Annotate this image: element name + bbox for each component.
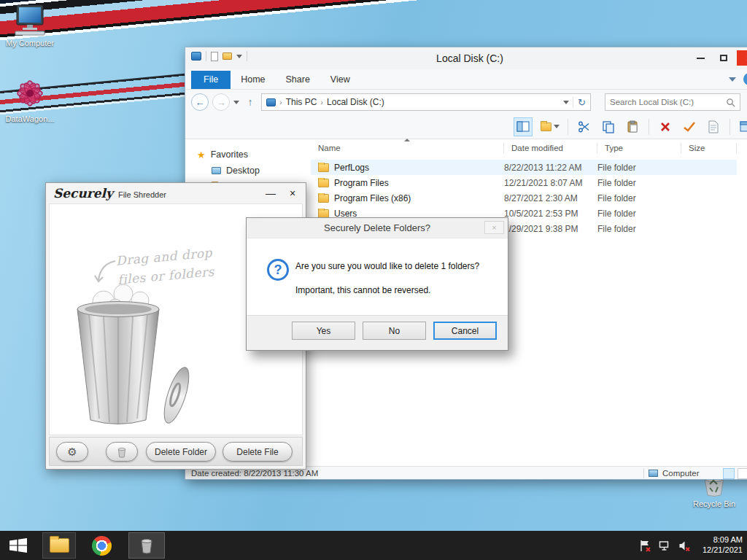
delete-folder-button[interactable]: Delete Folder bbox=[146, 442, 216, 462]
forward-button[interactable]: → bbox=[212, 93, 230, 111]
yes-button[interactable]: Yes bbox=[292, 322, 355, 340]
new-folder-qat-icon[interactable] bbox=[222, 52, 232, 60]
explorer-app-icon bbox=[191, 52, 201, 61]
open-button[interactable] bbox=[738, 119, 747, 135]
pane-icon bbox=[516, 120, 530, 134]
up-button[interactable]: ↑ bbox=[243, 96, 258, 108]
file-date: 8/27/2021 2:30 AM bbox=[504, 193, 597, 203]
properties-icon[interactable] bbox=[211, 52, 218, 61]
delete-file-button[interactable]: Delete File bbox=[222, 442, 293, 462]
file-date: 8/22/2013 11:22 AM bbox=[504, 163, 597, 173]
explorer-titlebar[interactable]: Local Disk (C:) × bbox=[185, 47, 747, 69]
file-explorer-icon bbox=[50, 538, 69, 553]
shredder-minimize-button[interactable]: — bbox=[263, 186, 278, 201]
shredder-app-icon bbox=[139, 537, 154, 554]
breadcrumb-this-pc[interactable]: This PC bbox=[286, 97, 317, 107]
taskbar-clock[interactable]: 8:09 AM 12/21/2021 bbox=[698, 535, 743, 556]
address-bar[interactable]: › This PC › Local Disk (C:) ↻ bbox=[261, 93, 591, 111]
properties-button[interactable] bbox=[705, 119, 721, 135]
back-button[interactable]: ← bbox=[191, 93, 209, 111]
search-input[interactable] bbox=[610, 98, 726, 106]
file-date: 12/21/2021 8:07 AM bbox=[504, 178, 597, 188]
column-header-size[interactable]: Size bbox=[681, 143, 737, 154]
shredder-close-button[interactable]: × bbox=[285, 186, 300, 201]
shredder-toolbar: ⚙ Delete Folder Delete File bbox=[49, 437, 303, 466]
network-icon[interactable] bbox=[659, 539, 672, 552]
column-header-date-modified[interactable]: Date modified bbox=[504, 143, 597, 154]
column-header-type[interactable]: Type bbox=[597, 143, 681, 154]
taskbar-file-shredder[interactable] bbox=[128, 532, 165, 559]
chrome-icon bbox=[92, 536, 112, 556]
expand-ribbon-chevron-icon[interactable] bbox=[729, 77, 736, 82]
taskbar-file-explorer[interactable] bbox=[42, 532, 76, 559]
delete-x-icon bbox=[659, 121, 671, 133]
copy-button[interactable] bbox=[600, 119, 616, 135]
rename-button[interactable] bbox=[681, 119, 697, 135]
taskbar-chrome[interactable] bbox=[85, 532, 118, 559]
confirm-delete-dialog: Securely Delete Folders? × ? Are you sur… bbox=[246, 217, 508, 351]
location-icon bbox=[266, 98, 276, 106]
dialog-button-strip: Yes No Cancel bbox=[247, 316, 508, 351]
maximize-button[interactable] bbox=[713, 50, 734, 66]
sidebar-item-desktop[interactable]: Desktop bbox=[185, 163, 311, 179]
icons-view-toggle[interactable] bbox=[738, 468, 747, 479]
minimize-button[interactable] bbox=[690, 50, 711, 66]
cancel-button[interactable]: Cancel bbox=[433, 322, 497, 340]
paste-button[interactable] bbox=[624, 119, 640, 135]
file-row-program-files[interactable]: Program Files 12/21/2021 8:07 AM File fo… bbox=[311, 175, 737, 190]
file-type: File folder bbox=[597, 178, 681, 188]
window-title: Local Disk (C:) bbox=[273, 52, 667, 64]
breadcrumb-current[interactable]: Local Disk (C:) bbox=[327, 97, 384, 107]
dialog-titlebar[interactable]: Securely Delete Folders? × bbox=[247, 218, 508, 238]
help-icon[interactable]: ? bbox=[743, 73, 747, 85]
rename-check-icon bbox=[683, 121, 696, 133]
address-dropdown-chevron-icon[interactable] bbox=[563, 101, 569, 104]
refresh-icon[interactable]: ↻ bbox=[573, 97, 586, 108]
system-tray: 8:09 AM 12/21/2021 bbox=[639, 531, 743, 560]
tab-file[interactable]: File bbox=[191, 71, 231, 89]
customize-qat-chevron-icon[interactable] bbox=[236, 55, 242, 58]
my-computer-icon bbox=[12, 4, 47, 36]
cut-button[interactable] bbox=[576, 119, 592, 135]
file-type: File folder bbox=[597, 209, 681, 219]
trash-can-image bbox=[61, 280, 207, 429]
desktop-icon-label: My Computer bbox=[3, 39, 57, 47]
new-folder-button[interactable] bbox=[541, 122, 560, 131]
scissors-icon bbox=[578, 120, 591, 133]
search-box[interactable] bbox=[605, 93, 740, 111]
shred-button[interactable] bbox=[106, 442, 138, 462]
ribbon-tab-bar: File Home Share View ? bbox=[185, 69, 747, 90]
sidebar-item-favorites[interactable]: ★ Favorites bbox=[185, 147, 311, 163]
start-button[interactable] bbox=[0, 531, 36, 560]
tab-view[interactable]: View bbox=[320, 71, 360, 89]
folder-icon bbox=[318, 194, 329, 203]
sidebar-label: Favorites bbox=[211, 149, 248, 160]
separator bbox=[247, 51, 247, 61]
address-bar-row: ← → ↑ › This PC › Local Disk (C:) ↻ bbox=[185, 90, 747, 114]
file-date: 1/29/2021 9:38 PM bbox=[504, 224, 597, 234]
desktop-icon-my-computer[interactable]: My Computer bbox=[3, 4, 57, 47]
settings-button[interactable]: ⚙ bbox=[56, 442, 88, 462]
desktop-icon-datawagon[interactable]: DataWagon... bbox=[3, 74, 57, 123]
action-center-flag-icon[interactable] bbox=[639, 539, 652, 552]
tab-home[interactable]: Home bbox=[231, 71, 275, 89]
volume-icon[interactable] bbox=[678, 539, 692, 552]
details-view-toggle[interactable] bbox=[723, 468, 735, 479]
shredder-titlebar[interactable]: Securely File Shredder — × bbox=[46, 183, 306, 203]
no-button[interactable]: No bbox=[363, 322, 426, 340]
command-bar bbox=[185, 114, 747, 139]
close-button[interactable]: × bbox=[737, 50, 747, 66]
computer-mini-icon bbox=[649, 470, 658, 477]
caption-buttons: × bbox=[690, 50, 747, 66]
taskbar: 8:09 AM 12/21/2021 bbox=[0, 531, 747, 560]
preview-pane-toggle[interactable] bbox=[514, 117, 533, 136]
file-row-perflogs[interactable]: PerfLogs 8/22/2013 11:22 AM File folder bbox=[311, 160, 737, 175]
recent-locations-chevron-icon[interactable] bbox=[233, 101, 239, 104]
tab-share[interactable]: Share bbox=[276, 71, 320, 89]
dialog-close-button[interactable]: × bbox=[484, 221, 504, 234]
delete-button[interactable] bbox=[657, 119, 673, 135]
file-row-program-files-x86[interactable]: Program Files (x86) 8/27/2021 2:30 AM Fi… bbox=[311, 190, 737, 206]
file-type: File folder bbox=[597, 224, 681, 234]
column-header-name[interactable]: Name bbox=[311, 143, 504, 154]
folder-icon bbox=[318, 209, 329, 218]
